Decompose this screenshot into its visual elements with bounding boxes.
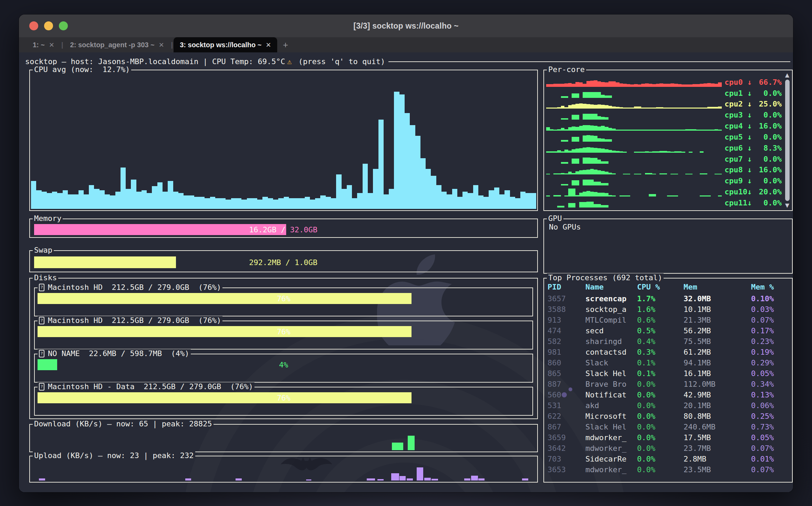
core-spark-bar — [579, 82, 583, 87]
core-spark-bar — [707, 83, 711, 87]
cpu-history-bar — [515, 198, 520, 209]
minimize-button[interactable] — [44, 21, 53, 30]
process-pid: 3642 — [548, 444, 585, 453]
core-spark-bar — [601, 82, 605, 87]
header-rule — [388, 61, 790, 62]
core-spark-bar — [630, 84, 634, 87]
cpu-history-bar — [205, 198, 210, 209]
new-tab-button[interactable]: + — [277, 40, 293, 50]
core-spark-bar — [575, 171, 579, 175]
tab-close-icon[interactable]: ✕ — [159, 41, 164, 49]
upload-bar — [478, 478, 485, 480]
core-spark-bar — [597, 138, 601, 142]
core-usage-value: 0.0% — [758, 155, 782, 163]
core-spark-bar — [583, 92, 586, 98]
core-spark-bar — [623, 84, 627, 87]
process-name: MTLCompil — [585, 316, 637, 324]
cpu-history-bar — [431, 176, 436, 209]
core-spark-bar — [583, 202, 586, 208]
cpu-history-bar — [136, 192, 142, 209]
process-mem: 20.1MB — [684, 401, 751, 410]
core-spark-bar — [583, 125, 586, 131]
zoom-button[interactable] — [59, 21, 68, 30]
process-row: 867Slack Hel0.0%240.6MB0.73% — [548, 423, 790, 431]
scrollbar-thumb[interactable] — [785, 80, 790, 201]
process-name: secd — [585, 326, 637, 335]
scroll-up-arrow[interactable]: ▲ — [785, 72, 789, 79]
cpu-history-bar — [531, 193, 536, 209]
disk-item-title: ?Macintosh HD 212.5GB / 279.0GB (76%) — [38, 283, 222, 292]
scroll-down-arrow[interactable]: ▼ — [785, 202, 789, 209]
core-spark-bar — [579, 126, 583, 131]
down-arrow-icon: ↓ — [747, 133, 758, 141]
cpu-history-bar — [363, 164, 368, 209]
cpu-history-bar — [157, 182, 163, 209]
process-mem: 240.6MB — [684, 423, 751, 431]
core-spark-bar — [586, 202, 590, 208]
core-spark-bar — [601, 161, 605, 164]
core-spark-bar — [561, 206, 565, 208]
core-spark-bar — [575, 159, 579, 163]
process-cpu: 0.1% — [637, 358, 684, 367]
core-spark-bar — [575, 127, 579, 131]
core-spark-bar — [696, 84, 700, 87]
cpu-history-bar — [199, 197, 205, 209]
core-spark-bar — [685, 84, 689, 87]
per-core-row: cpu4↓16.0% — [546, 120, 782, 131]
cpu-history-bar — [94, 189, 99, 209]
core-spark-bar — [568, 127, 572, 131]
process-row: 860Slack0.1%94.1MB0.29% — [548, 358, 790, 367]
process-pid: 560 — [548, 391, 585, 399]
process-mem-pct: 0.01% — [751, 455, 790, 463]
core-spark-bar — [627, 84, 631, 87]
process-name: Slack — [585, 358, 637, 367]
core-spark-bar — [634, 84, 638, 87]
process-pid: 887 — [548, 380, 585, 388]
cpu-history-bar — [268, 198, 273, 209]
swap-panel: Swap 292.2MB / 1.0GB — [29, 250, 538, 272]
core-label: cpu6↓8.3% — [725, 144, 782, 153]
core-spark-bar — [586, 191, 590, 196]
core-spark-bar — [638, 107, 642, 109]
core-spark-bar — [605, 149, 608, 153]
process-mem: 32.0MB — [684, 294, 751, 303]
process-name: screencap — [585, 294, 637, 303]
down-arrow-icon: ↓ — [747, 199, 758, 207]
close-button[interactable] — [29, 21, 38, 30]
core-spark-bar — [590, 81, 594, 87]
process-row: 3657screencap1.7%32.0MB0.10% — [548, 294, 790, 303]
tab-close-icon[interactable]: ✕ — [49, 41, 54, 49]
core-spark-bar — [575, 137, 579, 142]
cpu-history-bar — [126, 189, 131, 209]
core-spark-bar — [590, 169, 594, 174]
tab-1[interactable]: 1: ~✕ — [27, 37, 61, 52]
cpu-history-bar — [31, 181, 36, 209]
tab-close-icon[interactable]: ✕ — [266, 41, 271, 49]
core-spark-bar — [597, 170, 601, 175]
core-spark-bar — [579, 170, 583, 174]
cpu-history-bar — [257, 200, 262, 209]
per-core-scrollbar[interactable]: ▲ ▼ — [783, 72, 791, 209]
tab-3[interactable]: 3: socktop ws://localho ~✕ — [174, 37, 277, 52]
core-spark-bar — [608, 139, 612, 142]
per-core-row: cpu10↓20.0% — [546, 185, 782, 196]
core-spark-bar — [590, 180, 594, 185]
tab-separator: | — [61, 41, 64, 49]
core-label: cpu10↓20.0% — [725, 188, 782, 196]
core-spark-bar — [594, 182, 597, 185]
core-spark-bar — [572, 203, 575, 208]
core-spark-bar — [612, 107, 616, 109]
core-label: cpu1↓0.0% — [725, 89, 782, 98]
tab-2[interactable]: 2: socktop_agent -p 303 ~✕ — [64, 37, 170, 52]
process-name: Microsoft — [585, 412, 637, 421]
core-spark-bar — [546, 84, 550, 87]
cpu-history-bar — [184, 195, 189, 209]
core-spark-bar — [601, 139, 605, 142]
cpu-history-bar — [115, 192, 121, 209]
process-mem-pct: 0.05% — [751, 433, 790, 442]
core-spark-bar — [568, 105, 572, 109]
cpu-avg-panel: CPU avg (now: 12.7%) — [29, 70, 538, 211]
core-spark-bar — [583, 148, 586, 152]
memory-title: Memory — [33, 214, 63, 223]
core-spark-bar — [594, 158, 597, 164]
